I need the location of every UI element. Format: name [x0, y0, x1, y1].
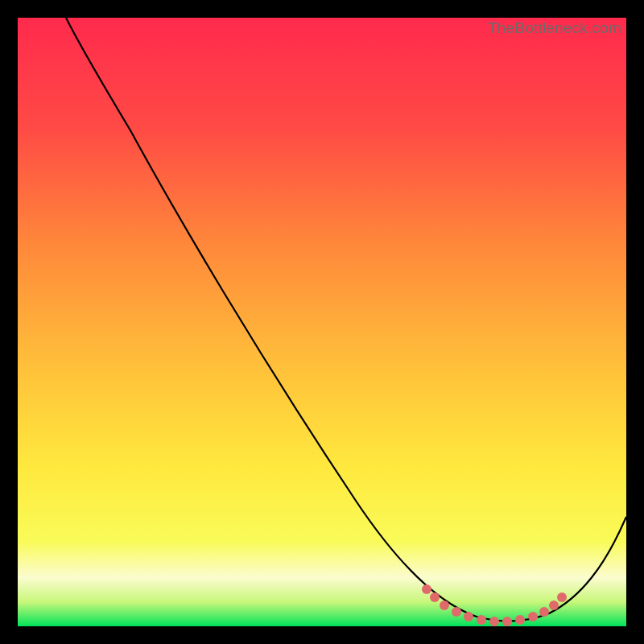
- svg-point-3: [452, 607, 461, 617]
- svg-point-6: [489, 617, 499, 626]
- svg-point-2: [440, 601, 449, 610]
- chart-frame: TheBottleneck.com: [18, 18, 626, 626]
- svg-point-7: [502, 617, 512, 626]
- svg-point-0: [422, 584, 431, 594]
- watermark-text: TheBottleneck.com: [488, 19, 621, 37]
- svg-point-4: [464, 612, 473, 621]
- svg-point-1: [430, 592, 440, 602]
- svg-point-11: [549, 601, 559, 610]
- svg-point-5: [477, 615, 486, 625]
- svg-point-8: [515, 615, 525, 625]
- svg-point-12: [557, 592, 567, 602]
- svg-point-9: [528, 612, 538, 621]
- chart-svg: [18, 18, 626, 626]
- svg-point-10: [539, 607, 549, 617]
- plot-area: [18, 18, 626, 626]
- gradient-background: [18, 18, 626, 626]
